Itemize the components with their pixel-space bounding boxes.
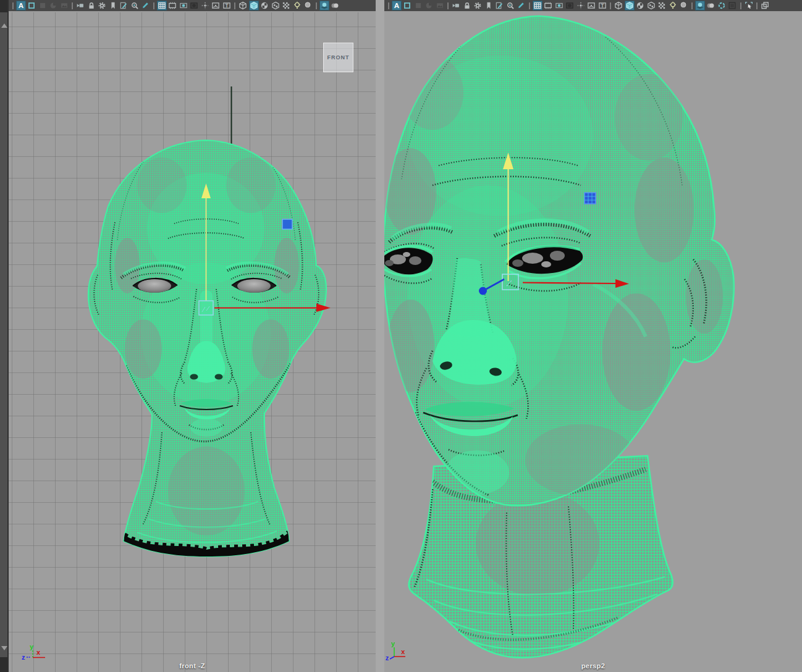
pan-zoom-icon[interactable] — [130, 1, 140, 10]
solid-square-icon[interactable] — [413, 1, 423, 10]
ambient-occlusion-icon[interactable] — [695, 1, 705, 10]
toolbar-separator — [316, 2, 317, 9]
ambient-occlusion-icon[interactable] — [319, 1, 329, 10]
resolution-gate-icon[interactable] — [554, 1, 564, 10]
svg-text:A: A — [19, 1, 24, 9]
safe-action-icon[interactable] — [211, 1, 221, 10]
pie-sphere-icon[interactable] — [48, 1, 58, 10]
shadow-sphere-icon[interactable] — [678, 1, 688, 10]
pencil-icon[interactable] — [516, 1, 526, 10]
textured-cube-icon[interactable] — [271, 1, 281, 10]
safe-title-icon[interactable]: T — [597, 1, 607, 10]
wireframe-cube-icon[interactable] — [614, 1, 623, 10]
persp-panel-toolbar: AT — [384, 0, 802, 12]
layered-view-icon[interactable] — [760, 1, 770, 10]
safe-action-icon[interactable] — [586, 1, 596, 10]
solid-square-icon[interactable] — [38, 1, 48, 10]
camera-attributes-icon[interactable] — [97, 1, 107, 10]
front-viewport[interactable]: y z x FRONT front -Z — [9, 12, 376, 672]
front-panel-toolbar: AT — [9, 0, 376, 12]
persp-viewport-canvas[interactable]: y x z — [384, 12, 802, 672]
translate-plane-handle[interactable] — [282, 219, 292, 229]
image-plane-icon[interactable] — [435, 1, 445, 10]
safe-title-icon[interactable]: T — [222, 1, 232, 10]
z-axis-label: z — [386, 654, 389, 662]
gate-mask-icon[interactable] — [565, 1, 575, 10]
toolbar-separator — [12, 2, 14, 9]
checker-sphere-icon[interactable] — [635, 1, 645, 10]
toolbar-separator — [388, 2, 389, 9]
toolbar-separator — [529, 2, 530, 9]
isolate-select-icon[interactable] — [744, 1, 754, 10]
anti-aliasing-icon[interactable] — [717, 1, 727, 10]
shaded-cube-icon[interactable] — [625, 1, 635, 10]
camera-attributes-icon[interactable] — [473, 1, 483, 10]
shaded-cube-icon[interactable] — [249, 1, 259, 10]
toolbar-separator — [153, 2, 154, 9]
persp-viewport[interactable]: y x z persp2 — [384, 12, 802, 672]
front-viewport-canvas[interactable]: y z x — [9, 12, 376, 672]
toolbar-separator — [740, 2, 741, 9]
left-panel-scrollbar[interactable] — [0, 0, 9, 672]
translate-z-handle-dot[interactable] — [479, 287, 487, 295]
film-gate-icon[interactable] — [167, 1, 177, 10]
field-chart-icon[interactable] — [576, 1, 586, 10]
field-chart-icon[interactable] — [200, 1, 210, 10]
scrollbar-top-cap — [0, 0, 7, 12]
checker-sphere-icon[interactable] — [260, 1, 269, 10]
scroll-up-arrow-icon[interactable] — [1, 23, 7, 28]
x-axis-label: x — [401, 648, 405, 655]
light-bulb-icon[interactable] — [292, 1, 302, 10]
a-display-icon[interactable]: A — [16, 1, 26, 10]
translate-x-arrow[interactable] — [523, 283, 616, 284]
wireframe-cube-icon[interactable] — [238, 1, 248, 10]
a-display-icon[interactable]: A — [392, 1, 402, 10]
scrollbar-bottom-cap — [0, 657, 7, 672]
bookmark-icon[interactable] — [108, 1, 118, 10]
view-cube-front-badge[interactable]: FRONT — [323, 43, 353, 72]
y-axis-label: y — [391, 640, 395, 647]
toolbar-separator — [72, 2, 73, 9]
gate-mask-icon[interactable] — [189, 1, 199, 10]
grid-icon[interactable] — [533, 1, 542, 10]
grease-pencil-icon[interactable] — [119, 1, 129, 10]
svg-text:A: A — [394, 1, 400, 9]
select-camera-icon[interactable] — [75, 1, 85, 10]
toolbar-separator — [691, 2, 693, 9]
depth-square-icon[interactable] — [727, 1, 737, 10]
svg-text:T: T — [601, 3, 604, 9]
pencil-icon[interactable] — [140, 1, 150, 10]
pan-zoom-icon[interactable] — [505, 1, 515, 10]
x-axis-label: x — [36, 649, 41, 656]
toolbar-separator — [234, 2, 235, 9]
select-outline-icon[interactable] — [27, 1, 36, 10]
y-axis-label: y — [30, 643, 34, 650]
translate-plane-handle[interactable] — [585, 193, 596, 204]
motion-blur-icon[interactable] — [706, 1, 715, 10]
grid-icon[interactable] — [157, 1, 167, 10]
lock-camera-icon[interactable] — [462, 1, 472, 10]
bookmark-icon[interactable] — [484, 1, 494, 10]
z-axis-label: z — [22, 653, 25, 661]
image-plane-icon[interactable] — [59, 1, 69, 10]
resolution-gate-icon[interactable] — [179, 1, 188, 10]
toolbar-separator — [447, 2, 449, 9]
toolbar-separator — [610, 2, 611, 9]
grease-pencil-icon[interactable] — [494, 1, 504, 10]
front-viewport-pane[interactable]: AT — [9, 0, 376, 672]
scroll-down-arrow-icon[interactable] — [1, 646, 7, 650]
persp-viewport-pane[interactable]: AT — [384, 0, 802, 672]
checkerboard-icon[interactable] — [657, 1, 667, 10]
select-camera-icon[interactable] — [451, 1, 461, 10]
film-gate-icon[interactable] — [543, 1, 553, 10]
pie-sphere-icon[interactable] — [424, 1, 434, 10]
textured-cube-icon[interactable] — [646, 1, 656, 10]
checkerboard-icon[interactable] — [281, 1, 291, 10]
shadow-sphere-icon[interactable] — [303, 1, 313, 10]
toolbar-separator — [756, 2, 758, 9]
motion-blur-icon[interactable] — [330, 1, 340, 10]
select-outline-icon[interactable] — [402, 1, 412, 10]
svg-text:T: T — [225, 3, 228, 9]
lock-camera-icon[interactable] — [87, 1, 96, 10]
light-bulb-icon[interactable] — [668, 1, 678, 10]
